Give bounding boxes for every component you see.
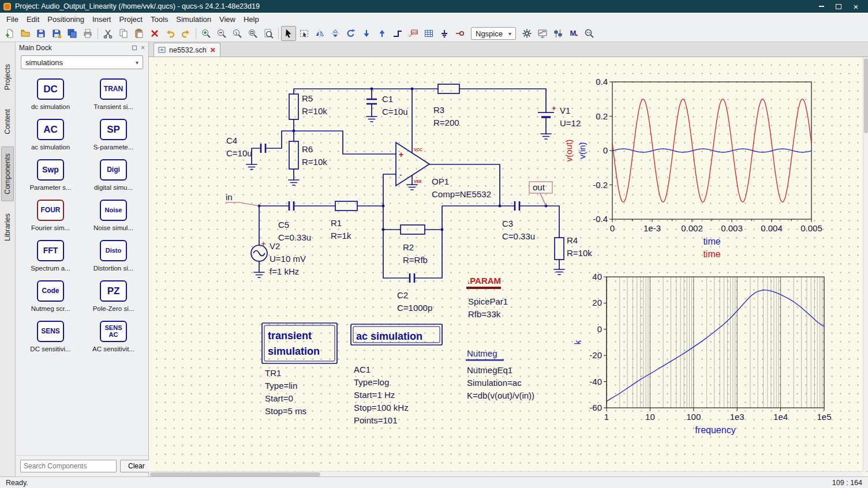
select-area-button[interactable]: [297, 26, 312, 41]
resistor-R1[interactable]: R1 R=1k: [331, 201, 357, 241]
dock-tab-components[interactable]: Components: [1, 147, 14, 201]
save-as-button[interactable]: [49, 26, 64, 41]
opamp-OP1[interactable]: + - VCC VEE OP1 Comp=NE5532: [396, 142, 491, 199]
resistor-R3[interactable]: R3 R=200: [433, 84, 459, 127]
new-file-button[interactable]: [2, 26, 17, 41]
resistor-R6[interactable]: R6 R=10k: [289, 141, 327, 169]
tran-icon[interactable]: TRAN: [100, 78, 127, 100]
insert-wire-button[interactable]: [390, 26, 405, 41]
capacitor-C4[interactable]: C4 C=10u: [226, 136, 265, 158]
menu-simulation[interactable]: Simulation: [172, 14, 215, 25]
cut-button[interactable]: [100, 26, 115, 41]
menu-insert[interactable]: Insert: [88, 14, 115, 25]
zoom-in-button[interactable]: [199, 26, 214, 41]
menu-positioning[interactable]: Positioning: [43, 14, 88, 25]
menu-project[interactable]: Project: [115, 14, 146, 25]
save-button[interactable]: [33, 26, 48, 41]
disto-icon[interactable]: Disto: [100, 240, 127, 261]
digi-icon[interactable]: Digi: [100, 159, 127, 181]
view-data-button[interactable]: [535, 26, 550, 41]
menu-tools[interactable]: Tools: [147, 14, 172, 25]
noise-icon[interactable]: Noise: [100, 200, 127, 221]
vertical-scrollbar[interactable]: [863, 57, 868, 471]
dc-icon[interactable]: DC: [37, 78, 64, 100]
push-down-button[interactable]: [359, 26, 374, 41]
menu-help[interactable]: Help: [240, 14, 263, 25]
search-input[interactable]: [20, 460, 117, 472]
maximize-button[interactable]: [830, 0, 847, 13]
menu-edit[interactable]: Edit: [23, 14, 43, 25]
delete-button[interactable]: [147, 26, 162, 41]
push-up-button[interactable]: [375, 26, 390, 41]
capacitor-C5[interactable]: C5 C=0.33u: [278, 201, 311, 242]
gear-icon: [522, 28, 532, 39]
voltage-source-V1[interactable]: + V1 U=12: [538, 104, 581, 128]
print-button[interactable]: [80, 26, 95, 41]
vertical-scrollbar-thumb[interactable]: [864, 58, 868, 133]
insert-ground-button[interactable]: [437, 26, 452, 41]
zoom-1-button[interactable]: 1: [230, 26, 245, 41]
paste-button[interactable]: [132, 26, 147, 41]
close-button[interactable]: ×: [847, 0, 865, 13]
mirror-y-button[interactable]: [312, 26, 327, 41]
redo-button[interactable]: [178, 26, 193, 41]
resistor-R5[interactable]: R5 R=10k: [289, 93, 327, 119]
rotate-button[interactable]: [343, 26, 358, 41]
tab-close-icon[interactable]: ✕: [210, 47, 216, 54]
insert-port-button[interactable]: [452, 26, 467, 41]
sp-icon[interactable]: SP: [100, 119, 127, 140]
undo-button[interactable]: [163, 26, 178, 41]
find-button[interactable]: [582, 26, 597, 41]
capacitor-C3[interactable]: C3 C=0.33u: [502, 201, 535, 241]
spice-param-block[interactable]: .PARAM SpicePar1 Rfb=33k: [466, 276, 508, 319]
menu-view[interactable]: View: [215, 14, 240, 25]
float-dock-icon[interactable]: [132, 46, 137, 50]
schematic-svg[interactable]: R5 R=10k C1 C=10u R3 R=200 + V1 U: [149, 57, 863, 471]
simulator-select[interactable]: Ngspice ▾: [471, 27, 516, 40]
simulation-settings-button[interactable]: [519, 26, 534, 41]
capacitor-C2[interactable]: C2 C=1000p: [397, 273, 432, 313]
save-all-button[interactable]: [65, 26, 80, 41]
minimize-button[interactable]: [813, 0, 830, 13]
horizontal-scrollbar-thumb[interactable]: [150, 472, 320, 476]
transient-simulation-block[interactable]: transient simulation TR1 Type=lin Start=…: [262, 323, 337, 416]
copy-button[interactable]: [116, 26, 131, 41]
zoom-fit-button[interactable]: [245, 26, 260, 41]
node-label-out[interactable]: out: [529, 182, 552, 206]
code-icon[interactable]: Code: [37, 280, 64, 302]
tuner-button[interactable]: [551, 26, 566, 41]
mirror-x-button[interactable]: [328, 26, 343, 41]
dock-tab-libraries[interactable]: Libraries: [1, 207, 14, 248]
show-netlist-button[interactable]: M: [566, 26, 581, 41]
capacitor-C1[interactable]: C1 C=10u: [366, 94, 408, 117]
resistor-R2[interactable]: R2 R=Rfb: [401, 225, 428, 265]
pointer-tool-button[interactable]: [281, 26, 296, 41]
sens-ac-icon[interactable]: SENS AC: [100, 321, 127, 342]
category-select[interactable]: simulations ▾: [21, 55, 143, 69]
time-domain-chart[interactable]: 0.40.20-0.2-0.401e-30.0020.0030.0040.005…: [564, 77, 822, 259]
schematic-canvas[interactable]: R5 R=10k C1 C=10u R3 R=200 + V1 U: [149, 57, 868, 476]
fft-icon[interactable]: FFT: [37, 240, 64, 261]
dock-tab-content[interactable]: Content: [1, 102, 14, 141]
clear-button[interactable]: Clear: [120, 460, 153, 472]
tab-ne5532-sch[interactable]: ne5532.sch ✕: [154, 43, 220, 57]
open-file-button[interactable]: [18, 26, 33, 41]
nutmeg-equation-block[interactable]: Nutmeg NutmegEq1 Simulation=ac K=db(v(ou…: [466, 348, 534, 400]
dock-tab-projects[interactable]: Projects: [1, 57, 14, 97]
pz-icon[interactable]: PZ: [100, 280, 127, 302]
ac-icon[interactable]: AC: [37, 119, 64, 140]
sens-icon[interactable]: SENS: [37, 321, 64, 342]
swp-icon[interactable]: Swp: [37, 159, 64, 181]
zoom-page-button[interactable]: [261, 26, 276, 41]
menu-file[interactable]: File: [2, 14, 23, 25]
node-label-in[interactable]: in: [226, 192, 259, 206]
insert-table-button[interactable]: [421, 26, 436, 41]
node-label-button[interactable]: NAME: [406, 26, 421, 41]
resistor-R4[interactable]: R4 R=10k: [555, 235, 592, 260]
frequency-response-chart[interactable]: 40200-20-40-601101001e31e41e5frequencyk: [573, 272, 832, 435]
zoom-out-button[interactable]: [214, 26, 229, 41]
four-icon[interactable]: FOUR: [37, 200, 64, 221]
close-dock-icon[interactable]: ×: [141, 44, 145, 52]
horizontal-scrollbar[interactable]: [149, 471, 863, 476]
ac-simulation-block[interactable]: ac simulation AC1 Type=log Start=1 Hz St…: [351, 324, 442, 425]
